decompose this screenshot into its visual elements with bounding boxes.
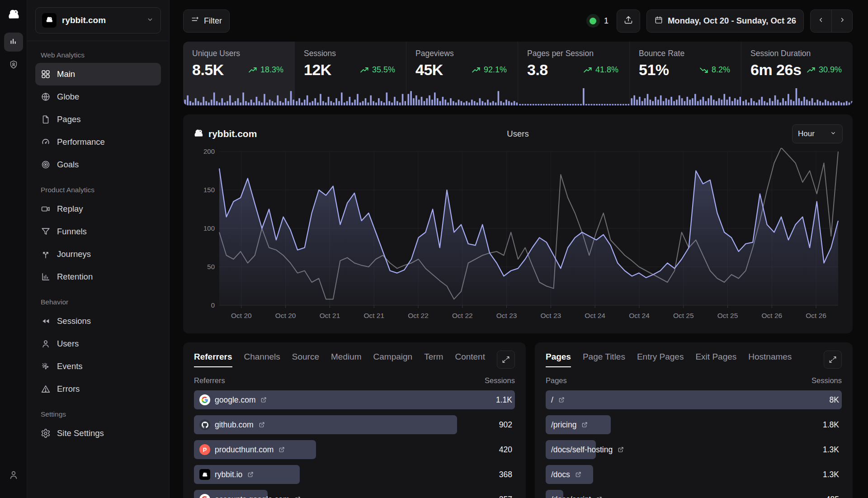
file-icon	[41, 114, 51, 124]
pages-row--pricing[interactable]: /pricing 1.8K	[546, 415, 842, 434]
tab-term[interactable]: Term	[424, 352, 443, 367]
sidebar-item-main[interactable]: Main	[35, 63, 161, 85]
upload-icon	[624, 15, 633, 24]
sidebar-item-label: Journeys	[57, 249, 91, 259]
external-link-icon[interactable]	[575, 471, 582, 478]
tab-campaign[interactable]: Campaign	[373, 352, 413, 367]
sidebar-item-users[interactable]: Users	[35, 332, 161, 355]
referrers-row-producthunt-com[interactable]: P producthunt.com 420	[194, 440, 515, 459]
tab-hostnames[interactable]: Hostnames	[748, 352, 792, 367]
sidebar-item-globe[interactable]: Globe	[35, 85, 161, 108]
stat-value-row: 51% 8.2%	[639, 61, 732, 79]
stat-tile-session-duration[interactable]: Session Duration 6m 26s 30.9%	[741, 42, 853, 105]
stat-sparkline	[183, 87, 294, 105]
funnel-icon	[41, 227, 51, 237]
external-link-icon[interactable]	[581, 421, 588, 428]
tab-page-titles[interactable]: Page Titles	[583, 352, 625, 367]
tab-source[interactable]: Source	[292, 352, 319, 367]
sidebar-item-goals[interactable]: Goals	[35, 153, 161, 176]
tab-pages[interactable]: Pages	[546, 352, 571, 367]
external-link-icon[interactable]	[258, 421, 265, 428]
referrers-row-google-com[interactable]: google.com 1.1K	[194, 390, 515, 409]
sidebar-item-label: Goals	[57, 160, 79, 170]
users-line-chart[interactable]: Oct 20Oct 20Oct 21Oct 21Oct 22Oct 22Oct …	[193, 148, 843, 328]
sidebar-item-site-settings[interactable]: Site Settings	[35, 422, 161, 445]
external-link-icon[interactable]	[617, 446, 624, 453]
pages-expand-button[interactable]	[824, 351, 842, 369]
date-range-button[interactable]: Monday, Oct 20 - Sunday, Oct 26	[646, 9, 804, 33]
tab-referrers[interactable]: Referrers	[194, 352, 232, 367]
prev-period-button[interactable]	[811, 10, 831, 32]
rail-account-button[interactable]	[4, 56, 23, 75]
column-name: Pages	[546, 376, 567, 385]
row-value: 1.3K	[823, 445, 839, 455]
interval-select[interactable]: Hour	[792, 124, 843, 143]
referrers-row-rybbit-io[interactable]: rybbit.io 368	[194, 465, 515, 484]
site-favicon	[42, 13, 57, 28]
stat-change-value: 8.2%	[712, 65, 730, 75]
row-label: producthunt.com	[215, 445, 274, 455]
chevron-down-icon	[830, 129, 837, 139]
trend-up-icon	[249, 67, 258, 73]
stat-tile-unique-users[interactable]: Unique Users 8.5K 18.3%	[183, 42, 294, 105]
tab-exit-pages[interactable]: Exit Pages	[695, 352, 736, 367]
frog-icon	[45, 15, 53, 24]
column-value: Sessions	[485, 376, 515, 385]
sidebar-item-performance[interactable]: Performance	[35, 131, 161, 153]
trend-up-icon	[472, 67, 481, 73]
github-favicon	[199, 419, 210, 430]
tab-channels[interactable]: Channels	[244, 352, 280, 367]
sidebar-item-journeys[interactable]: Journeys	[35, 243, 161, 266]
tab-entry-pages[interactable]: Entry Pages	[637, 352, 684, 367]
external-icon	[581, 421, 588, 428]
external-link-icon[interactable]	[558, 396, 565, 403]
share-button[interactable]	[617, 9, 640, 33]
x-axis-label: Oct 23	[496, 312, 517, 319]
stat-label: Unique Users	[192, 49, 285, 58]
sparkline-chart	[183, 87, 294, 105]
person-icon	[8, 470, 19, 482]
stat-tile-pageviews[interactable]: Pageviews 45K 92.1%	[406, 42, 518, 105]
referrers-list: google.com 1.1K github.com 902 P product…	[194, 390, 515, 498]
external-link-icon[interactable]	[278, 446, 285, 453]
rail-user-button[interactable]	[4, 466, 23, 485]
chevron-left-icon	[817, 16, 825, 26]
stat-tile-bounce-rate[interactable]: Bounce Rate 51% 8.2%	[629, 42, 741, 105]
rail-analytics-button[interactable]	[4, 33, 23, 52]
next-period-button[interactable]	[831, 10, 852, 32]
external-link-icon[interactable]	[260, 396, 267, 403]
pages-row--docs-script[interactable]: /docs/script 485	[546, 490, 842, 498]
referrers-row-accounts-google-com[interactable]: accounts.google.com 257	[194, 490, 515, 498]
sidebar-item-events[interactable]: Events	[35, 355, 161, 378]
stat-tile-sessions[interactable]: Sessions 12K 35.5%	[294, 42, 406, 105]
external-icon	[595, 496, 603, 498]
pages-tabs: PagesPage TitlesEntry PagesExit PagesHos…	[546, 351, 842, 369]
pages-row--docs-self-hosting[interactable]: /docs/self-hosting 1.3K	[546, 440, 842, 459]
tab-medium[interactable]: Medium	[331, 352, 362, 367]
sidebar-item-replay[interactable]: Replay	[35, 198, 161, 220]
sidebar-item-pages[interactable]: Pages	[35, 108, 161, 131]
row-content: P producthunt.com	[194, 440, 515, 459]
sidebar-item-errors[interactable]: Errors	[35, 378, 161, 400]
external-icon	[575, 471, 582, 478]
pages-row--docs[interactable]: /docs 1.3K	[546, 465, 842, 484]
rewind-icon	[41, 316, 51, 326]
site-selector[interactable]: rybbit.com	[35, 7, 161, 33]
tab-content[interactable]: Content	[455, 352, 485, 367]
frog-icon	[45, 15, 53, 25]
referrers-expand-button[interactable]	[497, 351, 515, 369]
external-link-icon[interactable]	[294, 496, 301, 498]
external-link-icon[interactable]	[595, 496, 603, 498]
external-link-icon[interactable]	[247, 471, 254, 478]
sidebar-item-funnels[interactable]: Funnels	[35, 220, 161, 243]
referrers-row-github-com[interactable]: github.com 902	[194, 415, 515, 434]
filter-button[interactable]: Filter	[183, 9, 230, 33]
sidebar-item-retention[interactable]: Retention	[35, 266, 161, 288]
stat-sparkline	[295, 87, 406, 105]
stat-change: 35.5%	[360, 65, 397, 75]
interval-label: Hour	[798, 129, 815, 138]
sidebar-item-sessions[interactable]: Sessions	[35, 310, 161, 332]
stat-change: 41.8%	[584, 65, 620, 75]
pages-row--[interactable]: / 8K	[546, 390, 842, 409]
stat-tile-pages-per-session[interactable]: Pages per Session 3.8 41.8%	[518, 42, 629, 105]
